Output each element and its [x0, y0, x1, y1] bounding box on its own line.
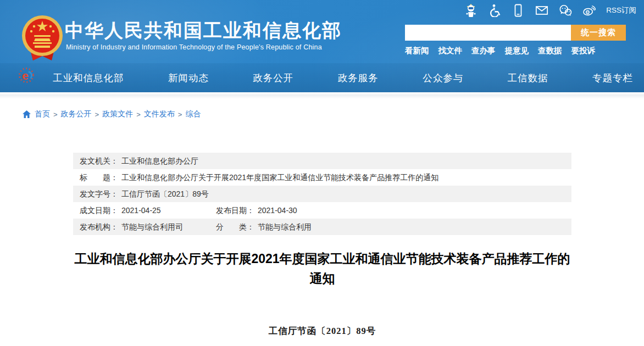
- meta-label: 分 类：: [216, 222, 254, 231]
- mobile-icon[interactable]: [512, 4, 525, 17]
- meta-row-issuing-office: 发文机关：工业和信息化部办公厅: [73, 153, 571, 169]
- page: 中华人民共和国工业和信息化部 Ministry of Industry and …: [0, 0, 644, 346]
- breadcrumb-gov-affairs[interactable]: 政务公开: [61, 109, 92, 119]
- meta-label: 发布机构：: [80, 222, 118, 231]
- meta-label: 成文日期：: [80, 206, 118, 215]
- nav-item-topics[interactable]: 专题专栏: [592, 71, 633, 85]
- quick-link-complaint[interactable]: 要投诉: [571, 46, 596, 56]
- search-input[interactable]: [405, 25, 571, 41]
- meta-value: 2021-04-25: [121, 206, 161, 215]
- document-meta-table: 发文机关：工业和信息化部办公厅 标 题：工业和信息化部办公厅关于开展2021年度…: [73, 153, 571, 235]
- nav-item-data[interactable]: 工信数据: [508, 71, 548, 85]
- national-emblem-icon: [21, 14, 64, 63]
- breadcrumb-separator: >: [95, 110, 99, 119]
- nav-item-participation[interactable]: 公众参与: [423, 71, 463, 85]
- breadcrumb-general[interactable]: 综合: [185, 109, 201, 119]
- quick-link-data[interactable]: 查数据: [538, 46, 562, 56]
- mail-icon[interactable]: [535, 4, 548, 17]
- wechat-icon[interactable]: [559, 4, 572, 17]
- svg-text:e: e: [22, 69, 29, 82]
- rss-subscribe-link[interactable]: RSS订阅: [606, 5, 636, 15]
- meta-row-title: 标 题：工业和信息化部办公厅关于开展2021年度国家工业和通信业节能技术装备产品…: [73, 169, 571, 186]
- quick-link-services[interactable]: 查办事: [471, 46, 496, 56]
- breadcrumb-separator: >: [178, 110, 182, 119]
- site-subtitle: Ministry of Industry and Information Tec…: [66, 43, 322, 51]
- meta-value: 工信厅节函〔2021〕89号: [121, 189, 209, 198]
- meta-value: 节能与综合利用: [258, 222, 312, 231]
- breadcrumb-separator: >: [53, 110, 58, 119]
- breadcrumb-separator: >: [136, 110, 141, 119]
- main-nav: 工业和信息化部 新闻动态 政务公开 政务服务 公众参与 工信数据 专题专栏: [53, 63, 633, 92]
- nav-item-miit[interactable]: 工业和信息化部: [53, 71, 124, 85]
- quick-link-feedback[interactable]: 提意见: [505, 46, 529, 56]
- gov-e-logo-icon: e: [18, 66, 36, 85]
- meta-row-doc-number: 发文字号：工信厅节函〔2021〕89号: [73, 186, 571, 202]
- search-button[interactable]: 统一搜索: [571, 25, 626, 41]
- header-shadow: [0, 92, 644, 99]
- meta-label: 发文机关：: [80, 157, 118, 165]
- robot-assistant-icon[interactable]: [464, 4, 478, 17]
- site-header: 中华人民共和国工业和信息化部 Ministry of Industry and …: [0, 0, 644, 92]
- meta-value: 工业和信息化部办公厅: [121, 157, 198, 165]
- document-number: 工信厅节函〔2021〕89号: [73, 325, 571, 337]
- quick-links: 看新闻 找文件 查办事 提意见 查数据 要投诉: [405, 46, 595, 56]
- nav-item-gov-services[interactable]: 政务服务: [338, 71, 379, 85]
- accessibility-icon[interactable]: [488, 4, 501, 17]
- breadcrumb-file-release[interactable]: 文件发布: [144, 109, 175, 119]
- top-icon-bar: RSS订阅: [464, 3, 636, 18]
- meta-row-dates: 成文日期：2021-04-25 发布日期：2021-04-30: [73, 202, 571, 219]
- meta-label: 发文字号：: [80, 189, 118, 198]
- weibo-icon[interactable]: [582, 4, 596, 17]
- quick-link-files[interactable]: 找文件: [438, 46, 463, 56]
- site-title: 中华人民共和国工业和信息化部: [65, 18, 342, 43]
- home-icon: [22, 110, 31, 119]
- search-bar: 统一搜索: [405, 25, 626, 41]
- nav-item-news[interactable]: 新闻动态: [168, 71, 209, 85]
- breadcrumb: 首页 > 政务公开 > 政策文件 > 文件发布 > 综合: [22, 109, 201, 119]
- meta-label: 发布日期：: [216, 206, 254, 215]
- meta-value: 工业和信息化部办公厅关于开展2021年度国家工业和通信业节能技术装备产品推荐工作…: [121, 173, 438, 182]
- document-title: 工业和信息化部办公厅关于开展2021年度国家工业和通信业节能技术装备产品推荐工作…: [73, 249, 571, 288]
- meta-label: 标 题：: [80, 173, 118, 182]
- breadcrumb-home[interactable]: 首页: [35, 109, 50, 119]
- quick-link-news[interactable]: 看新闻: [405, 46, 429, 56]
- nav-item-gov-affairs[interactable]: 政务公开: [253, 71, 293, 85]
- breadcrumb-policy-files[interactable]: 政策文件: [102, 109, 133, 119]
- meta-row-publisher: 发布机构：节能与综合利用司 分 类：节能与综合利用: [73, 219, 571, 235]
- meta-value: 节能与综合利用司: [121, 222, 183, 231]
- meta-value: 2021-04-30: [258, 206, 297, 215]
